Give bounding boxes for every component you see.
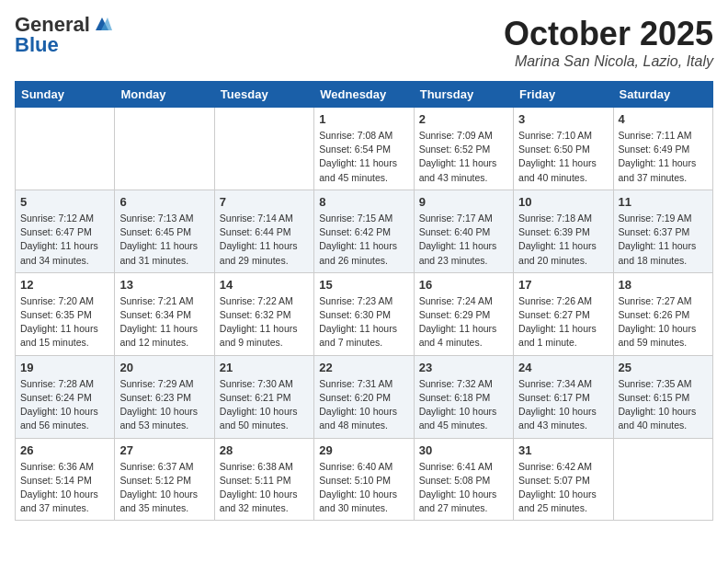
calendar-day-cell: 1Sunrise: 7:08 AM Sunset: 6:54 PM Daylig… [314, 108, 414, 190]
day-info: Sunrise: 7:27 AM Sunset: 6:26 PM Dayligh… [619, 294, 708, 350]
day-info: Sunrise: 7:22 AM Sunset: 6:32 PM Dayligh… [220, 294, 309, 350]
calendar-day-cell: 19Sunrise: 7:28 AM Sunset: 6:24 PM Dayli… [16, 355, 115, 438]
day-number: 25 [619, 361, 708, 374]
logo: General Blue [15, 15, 112, 55]
day-number: 4 [619, 112, 708, 126]
location-text: Marina San Nicola, Lazio, Italy [504, 53, 713, 70]
day-info: Sunrise: 7:30 AM Sunset: 6:21 PM Dayligh… [220, 377, 309, 433]
calendar-day-cell: 27Sunrise: 6:37 AM Sunset: 5:12 PM Dayli… [115, 438, 214, 521]
day-number: 8 [319, 195, 408, 209]
day-info: Sunrise: 7:12 AM Sunset: 6:47 PM Dayligh… [20, 212, 109, 268]
weekday-header: Saturday [613, 82, 712, 108]
calendar-day-cell [115, 108, 214, 190]
calendar-day-cell: 23Sunrise: 7:32 AM Sunset: 6:18 PM Dayli… [414, 355, 513, 438]
calendar-day-cell: 26Sunrise: 6:36 AM Sunset: 5:14 PM Dayli… [16, 438, 115, 521]
day-number: 3 [518, 112, 608, 126]
calendar-day-cell: 24Sunrise: 7:34 AM Sunset: 6:17 PM Dayli… [514, 355, 613, 438]
day-info: Sunrise: 6:41 AM Sunset: 5:08 PM Dayligh… [419, 460, 508, 516]
calendar-day-cell: 21Sunrise: 7:30 AM Sunset: 6:21 PM Dayli… [214, 355, 313, 438]
day-number: 23 [419, 361, 508, 374]
weekday-header: Monday [115, 82, 214, 108]
logo-icon [92, 14, 112, 32]
day-info: Sunrise: 7:13 AM Sunset: 6:45 PM Dayligh… [119, 212, 209, 268]
day-info: Sunrise: 7:19 AM Sunset: 6:37 PM Dayligh… [619, 212, 708, 268]
day-number: 24 [518, 361, 608, 374]
logo-general-text: General [15, 15, 90, 35]
day-number: 11 [619, 195, 708, 209]
calendar-day-cell: 12Sunrise: 7:20 AM Sunset: 6:35 PM Dayli… [16, 272, 115, 355]
calendar-day-cell [613, 438, 712, 521]
day-number: 1 [319, 112, 408, 126]
day-info: Sunrise: 7:24 AM Sunset: 6:29 PM Dayligh… [419, 294, 508, 350]
day-info: Sunrise: 7:17 AM Sunset: 6:40 PM Dayligh… [419, 212, 508, 268]
day-number: 27 [119, 443, 209, 457]
calendar-day-cell: 30Sunrise: 6:41 AM Sunset: 5:08 PM Dayli… [414, 438, 513, 521]
calendar-day-cell: 31Sunrise: 6:42 AM Sunset: 5:07 PM Dayli… [514, 438, 613, 521]
day-info: Sunrise: 7:14 AM Sunset: 6:44 PM Dayligh… [220, 212, 309, 268]
calendar-day-cell [214, 108, 313, 190]
calendar-day-cell: 14Sunrise: 7:22 AM Sunset: 6:32 PM Dayli… [214, 272, 313, 355]
calendar-day-cell: 16Sunrise: 7:24 AM Sunset: 6:29 PM Dayli… [414, 272, 513, 355]
calendar-day-cell: 18Sunrise: 7:27 AM Sunset: 6:26 PM Dayli… [613, 272, 712, 355]
day-info: Sunrise: 7:21 AM Sunset: 6:34 PM Dayligh… [119, 294, 209, 350]
day-info: Sunrise: 7:15 AM Sunset: 6:42 PM Dayligh… [319, 212, 408, 268]
weekday-header: Thursday [414, 82, 513, 108]
weekday-header: Sunday [16, 82, 115, 108]
calendar-day-cell: 28Sunrise: 6:38 AM Sunset: 5:11 PM Dayli… [214, 438, 313, 521]
day-info: Sunrise: 7:34 AM Sunset: 6:17 PM Dayligh… [518, 377, 608, 433]
day-number: 5 [20, 195, 109, 209]
day-info: Sunrise: 7:28 AM Sunset: 6:24 PM Dayligh… [20, 377, 109, 433]
day-number: 13 [119, 278, 209, 292]
day-info: Sunrise: 6:42 AM Sunset: 5:07 PM Dayligh… [518, 460, 608, 516]
day-number: 26 [20, 443, 109, 457]
day-info: Sunrise: 7:09 AM Sunset: 6:52 PM Dayligh… [419, 129, 508, 185]
day-info: Sunrise: 7:29 AM Sunset: 6:23 PM Dayligh… [119, 377, 209, 433]
day-number: 6 [119, 195, 209, 209]
calendar-day-cell: 10Sunrise: 7:18 AM Sunset: 6:39 PM Dayli… [514, 190, 613, 272]
calendar-week-row: 1Sunrise: 7:08 AM Sunset: 6:54 PM Daylig… [16, 108, 713, 190]
day-number: 9 [419, 195, 508, 209]
calendar-day-cell: 8Sunrise: 7:15 AM Sunset: 6:42 PM Daylig… [314, 190, 414, 272]
month-title: October 2025 [504, 15, 713, 53]
day-info: Sunrise: 7:26 AM Sunset: 6:27 PM Dayligh… [518, 294, 608, 350]
calendar-week-row: 26Sunrise: 6:36 AM Sunset: 5:14 PM Dayli… [16, 438, 713, 521]
day-info: Sunrise: 7:18 AM Sunset: 6:39 PM Dayligh… [518, 212, 608, 268]
day-info: Sunrise: 7:32 AM Sunset: 6:18 PM Dayligh… [419, 377, 508, 433]
calendar-day-cell: 29Sunrise: 6:40 AM Sunset: 5:10 PM Dayli… [314, 438, 414, 521]
day-number: 18 [619, 278, 708, 292]
day-number: 14 [220, 278, 309, 292]
day-info: Sunrise: 6:37 AM Sunset: 5:12 PM Dayligh… [119, 460, 209, 516]
calendar-week-row: 12Sunrise: 7:20 AM Sunset: 6:35 PM Dayli… [16, 272, 713, 355]
calendar-table: SundayMondayTuesdayWednesdayThursdayFrid… [15, 81, 713, 521]
day-info: Sunrise: 7:35 AM Sunset: 6:15 PM Dayligh… [619, 377, 708, 433]
calendar-week-row: 5Sunrise: 7:12 AM Sunset: 6:47 PM Daylig… [16, 190, 713, 272]
day-number: 16 [419, 278, 508, 292]
day-info: Sunrise: 6:40 AM Sunset: 5:10 PM Dayligh… [319, 460, 408, 516]
calendar-day-cell: 15Sunrise: 7:23 AM Sunset: 6:30 PM Dayli… [314, 272, 414, 355]
day-number: 2 [419, 112, 508, 126]
calendar-day-cell: 13Sunrise: 7:21 AM Sunset: 6:34 PM Dayli… [115, 272, 214, 355]
day-number: 29 [319, 443, 408, 457]
calendar-day-cell: 22Sunrise: 7:31 AM Sunset: 6:20 PM Dayli… [314, 355, 414, 438]
day-number: 30 [419, 443, 508, 457]
day-info: Sunrise: 6:36 AM Sunset: 5:14 PM Dayligh… [20, 460, 109, 516]
day-info: Sunrise: 7:11 AM Sunset: 6:49 PM Dayligh… [619, 129, 708, 185]
day-info: Sunrise: 7:08 AM Sunset: 6:54 PM Dayligh… [319, 129, 408, 185]
calendar-day-cell: 3Sunrise: 7:10 AM Sunset: 6:50 PM Daylig… [514, 108, 613, 190]
weekday-header: Wednesday [314, 82, 414, 108]
calendar-day-cell: 9Sunrise: 7:17 AM Sunset: 6:40 PM Daylig… [414, 190, 513, 272]
weekday-header: Tuesday [214, 82, 313, 108]
calendar-day-cell: 20Sunrise: 7:29 AM Sunset: 6:23 PM Dayli… [115, 355, 214, 438]
day-info: Sunrise: 7:31 AM Sunset: 6:20 PM Dayligh… [319, 377, 408, 433]
day-info: Sunrise: 7:10 AM Sunset: 6:50 PM Dayligh… [518, 129, 608, 185]
calendar-day-cell: 25Sunrise: 7:35 AM Sunset: 6:15 PM Dayli… [613, 355, 712, 438]
title-block: October 2025 Marina San Nicola, Lazio, I… [504, 15, 713, 70]
day-info: Sunrise: 6:38 AM Sunset: 5:11 PM Dayligh… [220, 460, 309, 516]
day-number: 22 [319, 361, 408, 374]
calendar-day-cell: 2Sunrise: 7:09 AM Sunset: 6:52 PM Daylig… [414, 108, 513, 190]
calendar-day-cell [16, 108, 115, 190]
day-number: 21 [220, 361, 309, 374]
calendar-day-cell: 4Sunrise: 7:11 AM Sunset: 6:49 PM Daylig… [613, 108, 712, 190]
day-number: 12 [20, 278, 109, 292]
logo-blue-text: Blue [15, 35, 59, 55]
